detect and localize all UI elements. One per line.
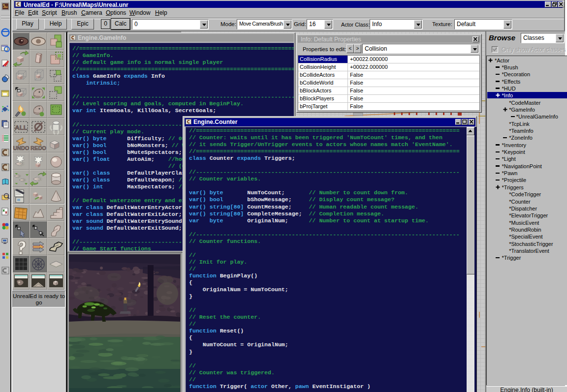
svg-text:UNDO: UNDO — [13, 145, 29, 151]
svg-text:REDO: REDO — [31, 145, 46, 151]
svg-text:ALL: ALL — [15, 124, 27, 131]
